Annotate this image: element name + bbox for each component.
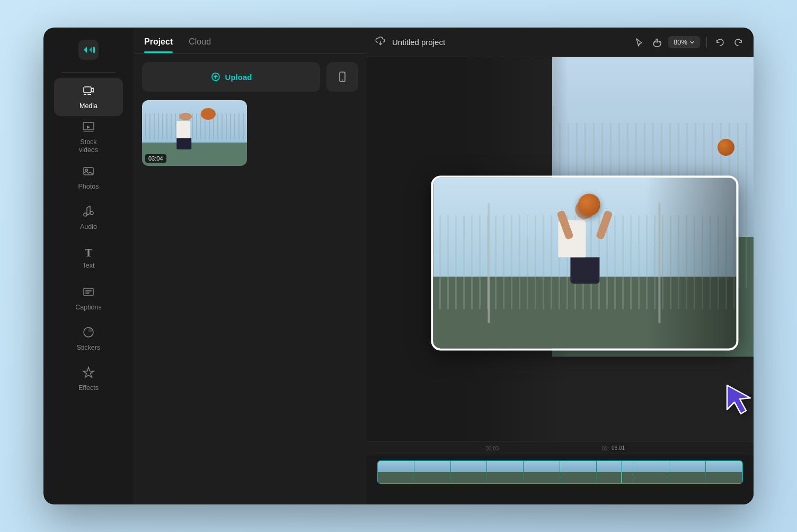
svg-point-9 [84,213,87,216]
video-strip[interactable] [377,460,743,484]
tab-project[interactable]: Project [144,37,173,53]
sidebar-item-media-label: Media [79,102,98,110]
sidebar-item-effects[interactable]: Effects [54,360,123,398]
svg-rect-6 [83,131,94,132]
app-logo[interactable] [77,38,100,61]
sidebar-stock-label: Stockvideos [79,138,98,154]
media-buttons: Upload [134,62,367,100]
media-timestamp-1: 03:04 [145,154,166,163]
topbar-tools: 80% [632,36,745,49]
project-title: Untitled project [392,38,626,47]
topbar-cloud-icon [375,36,386,49]
svg-rect-3 [84,94,86,95]
featured-figure [561,200,608,283]
sidebar-divider [61,72,116,73]
svg-rect-11 [84,288,93,296]
topbar: Untitled project 80% [367,28,754,57]
media-icon [82,84,95,99]
sidebar-item-text[interactable]: T Text [54,239,123,277]
timeline-track-video[interactable] [377,459,743,485]
stickers-icon [82,326,95,341]
media-tab-divider [134,53,367,54]
timeline-tracks [367,454,754,490]
timeline-ruler: 00:03 00:06 06:01 [367,441,754,454]
redo-button[interactable] [731,36,745,49]
device-button[interactable] [326,62,358,92]
svg-rect-2 [84,87,91,93]
media-thumb-1[interactable]: 03:04 [142,100,247,166]
upload-button[interactable]: Upload [142,62,320,92]
sidebar-audio-label: Audio [80,223,97,230]
sidebar-effects-label: Effects [78,384,99,392]
svg-rect-12 [85,290,92,291]
sidebar-item-audio[interactable]: Audio [54,199,123,237]
tab-cloud[interactable]: Cloud [189,37,211,53]
zoom-level: 80% [674,38,687,46]
media-grid: 03:04 [134,100,367,166]
sidebar-text-label: Text [83,262,95,269]
sidebar-item-stock-videos[interactable]: Stockvideos [54,118,123,156]
topbar-divider [706,37,707,48]
effects-icon [82,366,95,381]
svg-rect-13 [85,292,90,294]
pointer-tool-button[interactable] [632,36,646,49]
svg-point-10 [90,211,93,215]
svg-rect-5 [83,122,94,130]
svg-point-8 [86,169,88,171]
undo-button[interactable] [713,36,727,49]
media-panel: Project Cloud Upload [134,28,367,504]
media-tabs: Project Cloud [134,28,367,53]
audio-icon [82,205,95,220]
sidebar-photos-label: Photos [78,183,99,190]
stock-videos-icon [82,120,95,135]
photos-icon [82,165,95,180]
svg-rect-1 [93,47,95,53]
sidebar-item-media[interactable]: Media [54,78,123,116]
sidebar-stickers-label: Stickers [77,344,100,351]
main-area: Untitled project 80% [367,28,754,504]
sidebar-item-captions[interactable]: Captions [54,279,123,317]
playhead-time-display: 06:01 [609,445,627,451]
sidebar-item-stickers[interactable]: Stickers [54,320,123,358]
canvas-area[interactable] [367,57,754,441]
sidebar: Media Stockvideos Photos [43,28,134,504]
chevron-down-icon [689,40,695,45]
svg-point-16 [342,79,343,81]
time-mark-03: 00:03 [485,446,499,451]
timeline-playhead [621,461,622,483]
sidebar-item-photos[interactable]: Photos [54,158,123,197]
text-icon: T [85,247,93,259]
upload-icon [210,72,221,82]
svg-rect-4 [87,94,91,95]
featured-video-frame[interactable] [431,175,738,350]
svg-rect-0 [78,40,99,60]
timeline-area: 00:03 00:06 06:01 [367,441,754,504]
app-window: Media Stockvideos Photos [43,28,754,504]
phone-icon [336,71,348,83]
zoom-button[interactable]: 80% [668,36,700,48]
hand-tool-button[interactable] [650,36,664,49]
sidebar-captions-label: Captions [75,304,101,311]
captions-icon [82,286,95,300]
upload-label: Upload [225,73,252,82]
